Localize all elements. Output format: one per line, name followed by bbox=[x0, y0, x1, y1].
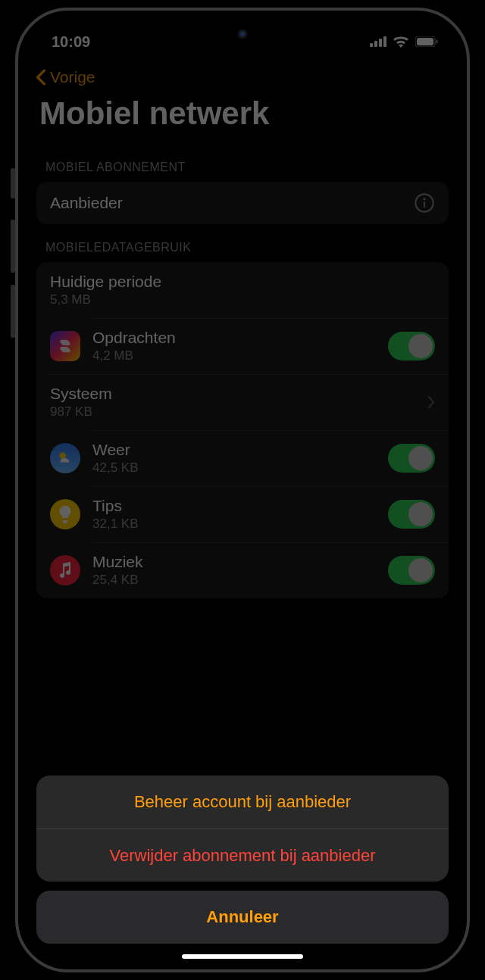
period-value: 5,3 MB bbox=[50, 292, 435, 307]
carrier-cell[interactable]: Aanbieder bbox=[36, 182, 449, 224]
svg-rect-0 bbox=[370, 43, 373, 47]
usage-group: Huidige periode 5,3 MB Opdrachten 4,2 MB bbox=[36, 262, 449, 598]
svg-rect-6 bbox=[436, 40, 438, 44]
battery-icon bbox=[415, 36, 438, 47]
cellular-icon bbox=[370, 36, 386, 47]
phone-frame: 10:09 Vorige Mobiel netwerk MOBIEL ABONN… bbox=[15, 8, 470, 972]
toggle-tips[interactable] bbox=[388, 500, 435, 529]
remove-plan-label: Verwijder abonnement bij aanbieder bbox=[109, 846, 375, 866]
music-icon bbox=[50, 555, 80, 585]
period-title: Huidige periode bbox=[50, 273, 435, 291]
app-row-system[interactable]: Systeem 987 KB bbox=[36, 374, 449, 430]
cancel-button[interactable]: Annuleer bbox=[36, 891, 449, 944]
svg-rect-3 bbox=[383, 36, 386, 47]
info-icon[interactable] bbox=[414, 192, 435, 214]
app-value: 32,1 KB bbox=[92, 517, 388, 532]
app-row-tips: Tips 32,1 KB bbox=[36, 486, 449, 542]
svg-point-9 bbox=[424, 198, 424, 199]
app-value: 25,4 KB bbox=[92, 573, 388, 588]
action-sheet-cancel-group: Annuleer bbox=[36, 891, 449, 944]
plan-group: Aanbieder bbox=[36, 182, 449, 224]
section-header-plan: MOBIEL ABONNEMENT bbox=[36, 144, 449, 182]
svg-point-10 bbox=[59, 452, 66, 459]
app-name: Opdrachten bbox=[92, 329, 388, 347]
svg-rect-1 bbox=[374, 41, 377, 47]
app-value: 987 KB bbox=[50, 404, 427, 420]
app-name: Tips bbox=[92, 497, 388, 515]
chevron-right-icon bbox=[427, 395, 435, 409]
shortcuts-icon bbox=[50, 331, 80, 361]
toggle-shortcuts[interactable] bbox=[388, 332, 435, 360]
cancel-label: Annuleer bbox=[206, 907, 278, 927]
front-camera bbox=[237, 29, 248, 39]
manage-account-button[interactable]: Beheer account bij aanbieder bbox=[36, 776, 449, 829]
svg-rect-2 bbox=[379, 39, 382, 47]
home-indicator[interactable] bbox=[182, 954, 303, 959]
app-row-shortcuts: Opdrachten 4,2 MB bbox=[36, 318, 449, 374]
action-sheet-options: Beheer account bij aanbieder Verwijder a… bbox=[36, 776, 449, 882]
section-header-usage: MOBIELEDATAGEBRUIK bbox=[36, 224, 449, 262]
app-row-weather: Weer 42,5 KB bbox=[36, 430, 449, 486]
app-name: Muziek bbox=[92, 553, 388, 571]
status-icons bbox=[370, 36, 438, 48]
page-title: Mobiel netwerk bbox=[21, 91, 464, 144]
action-sheet: Beheer account bij aanbieder Verwijder a… bbox=[36, 776, 449, 944]
app-name: Weer bbox=[92, 441, 388, 459]
nav-bar: Vorige bbox=[21, 56, 464, 91]
tips-icon bbox=[50, 499, 80, 529]
weather-icon bbox=[50, 443, 80, 473]
svg-rect-5 bbox=[417, 38, 433, 45]
app-value: 42,5 KB bbox=[92, 460, 388, 476]
remove-plan-button[interactable]: Verwijder abonnement bij aanbieder bbox=[36, 829, 449, 882]
app-row-music: Muziek 25,4 KB bbox=[36, 542, 449, 598]
toggle-weather[interactable] bbox=[388, 444, 435, 473]
carrier-label: Aanbieder bbox=[50, 194, 414, 212]
chevron-left-icon bbox=[35, 69, 47, 86]
status-time: 10:09 bbox=[52, 33, 90, 51]
toggle-music[interactable] bbox=[388, 556, 435, 585]
screen: 10:09 Vorige Mobiel netwerk MOBIEL ABONN… bbox=[21, 14, 464, 966]
back-button[interactable]: Vorige bbox=[35, 68, 95, 86]
background-content: 10:09 Vorige Mobiel netwerk MOBIEL ABONN… bbox=[21, 14, 464, 598]
app-value: 4,2 MB bbox=[92, 348, 388, 364]
back-label: Vorige bbox=[50, 68, 95, 86]
app-name: Systeem bbox=[50, 385, 427, 403]
manage-account-label: Beheer account bij aanbieder bbox=[134, 792, 351, 812]
current-period-cell[interactable]: Huidige periode 5,3 MB bbox=[36, 262, 449, 318]
wifi-icon bbox=[393, 36, 409, 48]
